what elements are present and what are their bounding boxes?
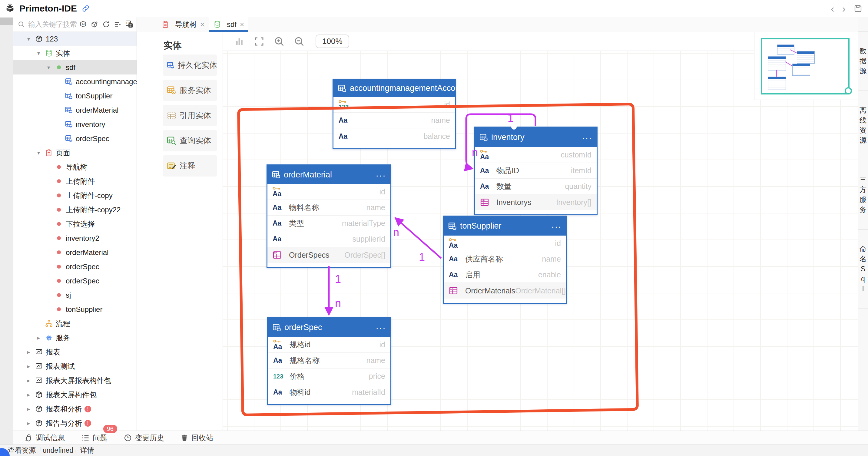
top-bar: Primeton-IDE ‹ › [0,0,868,17]
package-icon [34,35,43,43]
tree-item-上传附件-copy22[interactable]: 上传附件-copy22 [13,202,136,217]
trash-icon [181,434,188,442]
bottom-item-变更历史[interactable]: 变更历史 [124,433,164,443]
fit-screen-icon[interactable] [254,36,265,47]
chevron-right-icon[interactable]: ▸ [27,406,34,413]
sort-icon[interactable] [114,20,122,29]
chevron-down-icon[interactable]: ▾ [27,36,34,42]
dot-red-icon [55,177,63,186]
share-link-icon[interactable] [82,4,90,12]
bar-chart-icon[interactable] [234,36,245,47]
right-tab-命名Sql[interactable]: 命名Sql [858,229,868,309]
minimap-panel[interactable] [754,32,858,100]
nav-forward-icon[interactable]: › [842,3,845,13]
tree-item-orderSpec[interactable]: orderSpec [13,260,136,274]
tree-item-123[interactable]: ▾123 [13,32,136,46]
right-tab-三方服务[interactable]: 三方服务 [858,160,868,229]
dot-red-icon [55,220,63,228]
tab-sdf[interactable]: sdf × [209,17,248,32]
tree-item-inventory2[interactable]: inventory2 [13,231,136,245]
tree-item-label: orderSpec [66,262,99,271]
tree-item-报表大屏构件包[interactable]: ▸报表大屏构件包 [13,388,136,402]
right-strip-spacer [858,17,868,32]
right-tab-离线资源[interactable]: 离线资源 [858,91,868,160]
bottom-item-问题[interactable]: 问题 96 [81,433,107,443]
tree-item-上传附件-copy[interactable]: 上传附件-copy [13,188,136,202]
tree-item-orderSpec[interactable]: orderSpec [13,274,136,288]
entity-menu-icon[interactable]: ... [470,85,480,92]
palette-item-引用实体[interactable]: 引用实体 [163,105,217,126]
tree-item-实体[interactable]: ▾实体 [13,46,136,60]
tab-导航树[interactable]: 导航树 × [157,17,209,32]
chevron-right-icon[interactable]: ▸ [27,377,34,384]
palette-item-查询实体[interactable]: 查询实体 [163,130,217,152]
list-icon [81,433,90,442]
palette-item-持久化实体[interactable]: 持久化实体 [163,55,217,76]
tree-item-label: 上传附件-copy [66,191,113,200]
entity-header[interactable]: accountingmanagementAccount ... [334,79,455,97]
tree-item-导航树[interactable]: 导航树 [13,160,136,174]
tree-item-报表测试[interactable]: ▸报表测试 [13,359,136,373]
chevron-right-icon[interactable]: ▸ [27,363,34,370]
tree-item-流程[interactable]: 流程 [13,317,136,331]
chevron-right-icon[interactable]: ▸ [27,349,34,356]
tree-item-sj[interactable]: sj [13,288,136,302]
chevron-down-icon[interactable]: ▾ [37,50,44,57]
clipboard-red-icon [161,20,169,29]
search-input[interactable] [28,20,79,29]
chevron-right-icon[interactable]: ▸ [27,391,34,398]
tree-item-上传附件[interactable]: 上传附件 [13,174,136,188]
dot-red-icon [55,277,63,285]
zoom-out-icon[interactable] [294,36,305,47]
bottom-item-label: 回收站 [191,433,213,443]
zoom-level-indicator[interactable]: 100% [316,34,349,48]
tab-label: 导航树 [175,20,197,29]
close-icon[interactable]: × [200,20,205,29]
zoom-in-icon[interactable] [274,36,285,47]
palette-item-label: 引用实体 [180,110,211,121]
tree-item-报表和分析[interactable]: ▸报表和分析! [13,402,136,416]
activity-tab-resources[interactable] [0,18,13,25]
tree-item-tonSupplier[interactable]: tonSupplier [13,302,136,317]
translate-icon[interactable]: En文 [125,20,133,29]
diagram-canvas[interactable]: accountingmanagementAccount ... 123 id A… [223,51,858,430]
tree-item-label: 服务 [56,333,70,343]
resource-sidebar: AIEn文 ▾123▾实体▾sdfaccountingmanagementAcc… [13,17,137,430]
right-tab-数据源[interactable]: 数据源 [858,32,868,91]
tree-item-label: 报告与分析 [46,419,82,428]
bottom-item-调试信息[interactable]: 调试信息 [24,433,65,443]
tree-item-accountingmanagementAccount[interactable]: accountingmanagementAccount [13,74,136,89]
selection-annotation-box[interactable] [237,103,639,416]
minimap-links [754,32,858,100]
tree-item-tonSupplier[interactable]: tonSupplier [13,89,136,103]
minimap-resize-handle[interactable] [845,87,852,95]
chevron-down-icon[interactable]: ▾ [37,150,44,156]
tree-item-inventory[interactable]: inventory [13,117,136,131]
tree-item-sdf[interactable]: ▾sdf [13,60,136,74]
tree-item-下拉选择[interactable]: 下拉选择 [13,217,136,231]
close-icon[interactable]: × [240,20,244,29]
chevron-down-icon[interactable]: ▾ [47,64,55,71]
chart-icon [34,362,43,370]
tree-item-label: 下拉选择 [66,219,95,229]
status-text: 查看资源「undefined」详情 [8,446,94,455]
palette-item-服务实体[interactable]: 服务实体 [163,79,217,101]
tree-item-orderMaterial[interactable]: orderMaterial [13,103,136,117]
tree-item-orderMaterial[interactable]: orderMaterial [13,245,136,260]
chevron-right-icon[interactable]: ▸ [37,334,44,341]
save-icon[interactable] [854,4,863,13]
nav-back-icon[interactable]: ‹ [831,3,834,13]
tree-item-label: accountingmanagementAccount [76,77,137,86]
cube-plus-icon[interactable] [91,20,99,29]
palette-item-注释[interactable]: 注释 [163,155,217,176]
ai-assistant-icon[interactable]: AI [79,20,87,29]
tree-item-服务[interactable]: ▸服务 [13,331,136,345]
bottom-item-回收站[interactable]: 回收站 [181,433,213,443]
tree-item-报表大屏报表构件包[interactable]: ▸报表大屏报表构件包 [13,373,136,388]
tree-item-orderSpec[interactable]: orderSpec [13,131,136,145]
refresh-icon[interactable] [102,20,110,29]
tree-item-页面[interactable]: ▾页面 [13,145,136,160]
chevron-right-icon[interactable]: ▸ [27,420,34,427]
bottom-item-label: 问题 [93,433,107,443]
tree-item-报表[interactable]: ▸报表 [13,345,136,359]
